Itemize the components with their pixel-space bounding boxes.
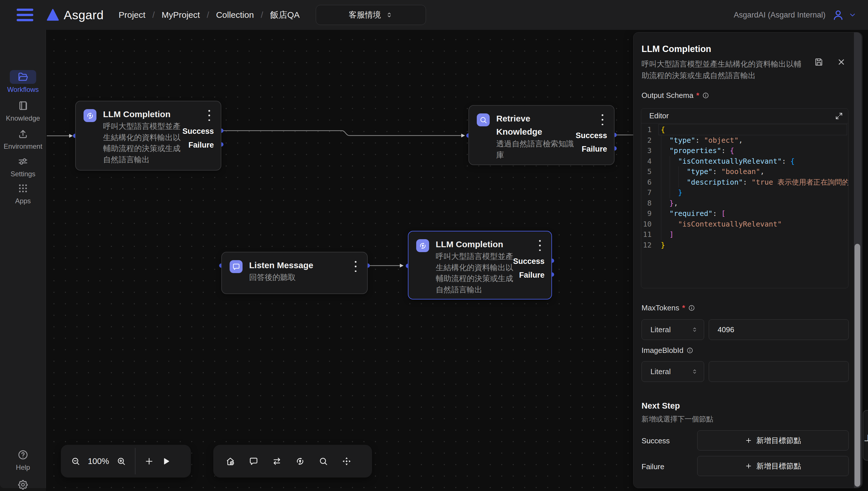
maxtokens-value-input[interactable]: 4096 <box>709 319 849 340</box>
breadcrumb-separator: / <box>207 10 209 20</box>
sliders-icon <box>17 155 29 167</box>
workflow-node-llm-completion-2[interactable]: LLM Completion呼叫大型語言模型並產生結構化的資料輸出以輔助流程的決… <box>408 231 552 299</box>
info-icon[interactable] <box>688 305 695 312</box>
sidebar-item-pill <box>10 448 36 462</box>
zoom-in-icon <box>116 456 126 466</box>
output-schema-label: Output Schema <box>641 91 693 100</box>
sidebar-item-apps[interactable]: Apps <box>0 181 46 205</box>
panel-description: 呼叫大型語言模型並產生結構化的資料輸出以輔助流程的決策或生成自然語言輸出 <box>641 58 809 81</box>
output-port-label-failure: Failure <box>581 144 607 154</box>
node-type-badge <box>84 109 96 122</box>
node-tools-toolbar <box>213 445 372 478</box>
hamburger-menu-button[interactable] <box>17 9 33 21</box>
panel-scrollbar-track[interactable] <box>854 32 862 488</box>
breadcrumb-item-2[interactable]: Collection <box>216 10 254 20</box>
imageblobid-value-input[interactable] <box>709 361 849 382</box>
imageblobid-mode-select[interactable]: Literal <box>641 361 704 382</box>
select-chevrons-icon <box>386 11 393 19</box>
line-number: 9 <box>641 208 652 219</box>
line-number: 8 <box>641 198 652 209</box>
line-number: 4 <box>641 156 652 167</box>
sidebar-item-workspace[interactable]: Workspace <box>0 478 46 491</box>
workflow-node-llm-completion-1[interactable]: LLM Completion呼叫大型語言模型並產生結構化的資料輸出以輔助流程的決… <box>75 101 221 171</box>
field-label: ImageBlobId <box>641 346 683 355</box>
info-icon[interactable] <box>702 92 709 99</box>
zoom-level: 100% <box>88 457 109 466</box>
sidebar-item-label: Knowledge <box>6 114 40 122</box>
folder-icon <box>17 71 29 83</box>
swap-tool-button[interactable] <box>272 456 282 466</box>
search-tool-button[interactable] <box>318 456 328 466</box>
code-line-2: 2 "type": "object", <box>641 135 848 146</box>
node-menu-button[interactable] <box>208 110 211 121</box>
schema-code-editor[interactable]: 1{2 "type": "object",3 "properties": {4 … <box>641 125 848 288</box>
line-number: 10 <box>641 219 652 230</box>
workflow-node-retrieve-knowledge[interactable]: Retrieve Knowledge透過自然語言檢索知識庫SuccessFail… <box>469 105 615 165</box>
save-button[interactable] <box>814 57 824 67</box>
book-icon <box>17 100 29 111</box>
output-port-label-success: Success <box>182 126 214 136</box>
breadcrumb-item-1[interactable]: MyProject <box>161 10 200 20</box>
imageblobid-row: Literal <box>641 361 849 382</box>
account-chevron-down-icon[interactable] <box>848 11 857 19</box>
info-icon[interactable] <box>686 347 693 354</box>
sidebar-item-label: Environment <box>4 142 42 150</box>
close-panel-button[interactable] <box>836 57 846 67</box>
sidebar-item-settings[interactable]: Settings <box>0 154 46 178</box>
sidebar-item-workflows[interactable]: Workflows <box>0 70 46 94</box>
sidebar-item-label: Apps <box>15 197 31 205</box>
code-line-1: 1{ <box>641 125 848 135</box>
maxtokens-row: Literal4096 <box>641 319 849 340</box>
panel-scrollbar-thumb[interactable] <box>855 244 860 487</box>
required-asterisk: * <box>682 304 685 312</box>
add-node-button[interactable] <box>225 456 235 466</box>
llm-tool-button[interactable] <box>295 456 305 466</box>
expand-editor-button[interactable] <box>834 111 844 121</box>
node-menu-button[interactable] <box>354 261 357 272</box>
sidebar-item-pill <box>10 181 36 195</box>
line-number: 1 <box>641 125 652 135</box>
sidebar-item-environment[interactable]: Environment <box>0 127 46 150</box>
environment-selector-value: 客服情境 <box>349 9 381 20</box>
sidebar-item-pill <box>10 154 36 168</box>
chat-icon <box>232 262 241 271</box>
move-tool-button[interactable] <box>341 456 352 466</box>
sidebar-item-knowledge[interactable]: Knowledge <box>0 99 46 122</box>
add-target-node-button-failure[interactable]: 新增目標節點 <box>697 456 849 476</box>
output-port-label-success: Success <box>513 257 544 266</box>
add-button[interactable] <box>144 456 154 466</box>
code-line-5: 5 "type": "boolean", <box>641 167 848 177</box>
chat-icon <box>248 456 259 466</box>
code-line-4: 4 "isContextuallyRelevant": { <box>641 156 848 167</box>
llm-icon <box>86 111 94 120</box>
editor-header: Editor <box>641 109 848 123</box>
zoom-in-button[interactable] <box>116 456 126 466</box>
add-target-node-button-success[interactable]: 新增目標節點 <box>697 430 849 451</box>
select-chevrons-icon <box>691 368 698 375</box>
comment-tool-button[interactable] <box>248 456 259 466</box>
field-label: MaxTokens <box>641 304 680 312</box>
sidebar-item-help[interactable]: Help <box>0 448 46 471</box>
required-asterisk: * <box>696 91 699 100</box>
workflow-node-listen-message[interactable]: Listen Message回答後的聽取 <box>221 252 368 294</box>
node-description: 回答後的聽取 <box>249 272 296 283</box>
line-number: 2 <box>641 135 652 146</box>
maxtokens-mode-select[interactable]: Literal <box>641 319 704 340</box>
zoom-out-button[interactable] <box>70 456 81 466</box>
house-plus-icon <box>225 456 235 466</box>
output-port-label-failure: Failure <box>519 270 544 280</box>
user-icon[interactable] <box>832 9 844 21</box>
play-icon <box>161 456 171 466</box>
run-workflow-button[interactable] <box>161 456 171 466</box>
breadcrumb-item-0[interactable]: Project <box>119 10 145 20</box>
environment-selector[interactable]: 客服情境 <box>316 5 426 25</box>
breadcrumb-separator: / <box>152 10 155 20</box>
topbar: Asgard Project/MyProject/Collection/飯店QA… <box>0 0 868 30</box>
node-type-badge <box>477 113 490 126</box>
node-menu-button[interactable] <box>538 240 542 251</box>
breadcrumb-item-3[interactable]: 飯店QA <box>270 9 300 21</box>
node-description: 呼叫大型語言模型並產生結構化的資料輸出以輔助流程的決策或生成自然語言輸出 <box>436 251 513 295</box>
node-menu-button[interactable] <box>601 114 604 125</box>
next-step-title: Next Step <box>641 401 680 411</box>
clipped-node-fragment[interactable]: 上下文 <box>863 410 868 461</box>
